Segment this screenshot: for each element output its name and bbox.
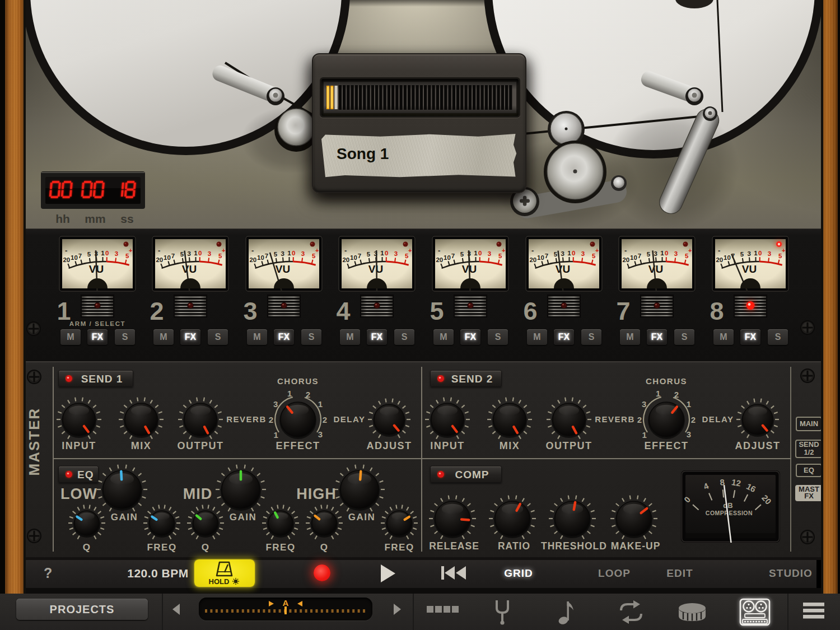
svg-text:+: + [782,247,785,254]
svg-text:7: 7 [451,253,455,259]
svg-text:+: + [595,247,599,254]
svg-text:3: 3 [581,250,585,257]
svg-text:-: - [718,246,720,255]
svg-text:1: 1 [380,250,384,256]
svg-text:1: 1 [656,389,660,398]
svg-text:1: 1 [101,250,105,256]
svg-text:0: 0 [385,250,388,256]
svg-text:0: 0 [198,250,202,256]
svg-text:1: 1 [687,399,691,409]
svg-text:VU: VU [556,263,570,275]
svg-text:12: 12 [731,477,741,488]
svg-text:VU: VU [742,263,757,275]
svg-text:VU: VU [276,263,290,275]
svg-text:3: 3 [187,250,190,257]
svg-text:5: 5 [460,251,464,258]
svg-text:3: 3 [301,250,305,257]
svg-text:1: 1 [318,399,323,409]
svg-text:7: 7 [265,253,268,259]
svg-text:5: 5 [180,251,184,258]
svg-text:10: 10 [164,254,171,261]
svg-text:3: 3 [488,250,491,257]
svg-text:3: 3 [642,399,646,409]
svg-text:1: 1 [660,250,664,256]
svg-text:7: 7 [638,253,641,259]
svg-text:7: 7 [171,253,175,259]
svg-text:-: - [624,246,627,255]
svg-text:0: 0 [292,250,295,256]
svg-text:20: 20 [342,256,349,263]
svg-text:20: 20 [529,256,536,263]
svg-text:1: 1 [642,430,647,440]
svg-text:dB: dB [723,501,732,510]
svg-text:COMPRESSION: COMPRESSION [706,510,753,516]
svg-text:10: 10 [630,254,637,261]
svg-text:0: 0 [105,250,109,256]
svg-text:VU: VU [368,263,383,275]
svg-text:3: 3 [115,250,118,257]
svg-text:-: - [344,246,347,255]
svg-text:1: 1 [474,250,478,256]
svg-text:1: 1 [194,250,198,256]
svg-text:VU: VU [182,263,197,275]
svg-text:20: 20 [249,256,256,263]
svg-text:1: 1 [754,250,758,256]
svg-text:20: 20 [436,256,443,263]
svg-text:10: 10 [724,254,731,261]
svg-text:3: 3 [747,250,750,257]
svg-text:0: 0 [572,250,575,256]
svg-text:20: 20 [63,256,70,263]
svg-text:-: - [158,246,160,255]
svg-text:-: - [251,246,254,255]
svg-text:3: 3 [273,399,278,409]
svg-text:5: 5 [740,251,744,258]
svg-text:20: 20 [622,256,629,263]
svg-text:7: 7 [78,253,82,259]
svg-text:3: 3 [674,250,678,257]
svg-text:2: 2 [674,390,679,399]
svg-text:5: 5 [647,251,651,258]
svg-text:10: 10 [257,254,264,261]
svg-text:7: 7 [358,253,361,259]
svg-text:1: 1 [287,389,292,398]
svg-text:5: 5 [274,251,278,258]
svg-text:+: + [688,247,692,254]
svg-text:3: 3 [687,430,691,439]
svg-text:5: 5 [554,251,558,258]
svg-text:+: + [315,247,319,254]
svg-text:2: 2 [306,390,310,399]
svg-text:+: + [129,247,132,254]
svg-text:-: - [438,246,440,255]
svg-text:0: 0 [665,250,668,256]
svg-text:10: 10 [71,254,78,261]
svg-text:10: 10 [350,254,357,261]
svg-text:3: 3 [394,250,398,257]
svg-text:+: + [502,247,505,254]
svg-text:3: 3 [318,430,323,439]
svg-text:+: + [222,247,225,254]
svg-text:20: 20 [156,256,163,263]
svg-text:3: 3 [208,250,211,257]
svg-text:10: 10 [444,254,451,261]
svg-text:0: 0 [758,250,762,256]
svg-text:0: 0 [478,250,482,256]
svg-text:5: 5 [367,251,371,258]
svg-text:7: 7 [545,253,548,259]
svg-text:3: 3 [654,250,657,257]
svg-text:20: 20 [716,256,723,263]
svg-text:-: - [531,246,534,255]
svg-text:10: 10 [537,254,544,261]
svg-text:1: 1 [567,250,571,256]
svg-text:1: 1 [287,250,291,256]
svg-text:VU: VU [648,263,663,275]
svg-text:1: 1 [274,430,278,440]
svg-text:3: 3 [281,250,284,257]
svg-text:+: + [408,247,412,254]
svg-text:3: 3 [768,250,771,257]
svg-text:-: - [65,246,67,255]
svg-text:5: 5 [87,251,91,258]
svg-text:3: 3 [561,250,564,257]
